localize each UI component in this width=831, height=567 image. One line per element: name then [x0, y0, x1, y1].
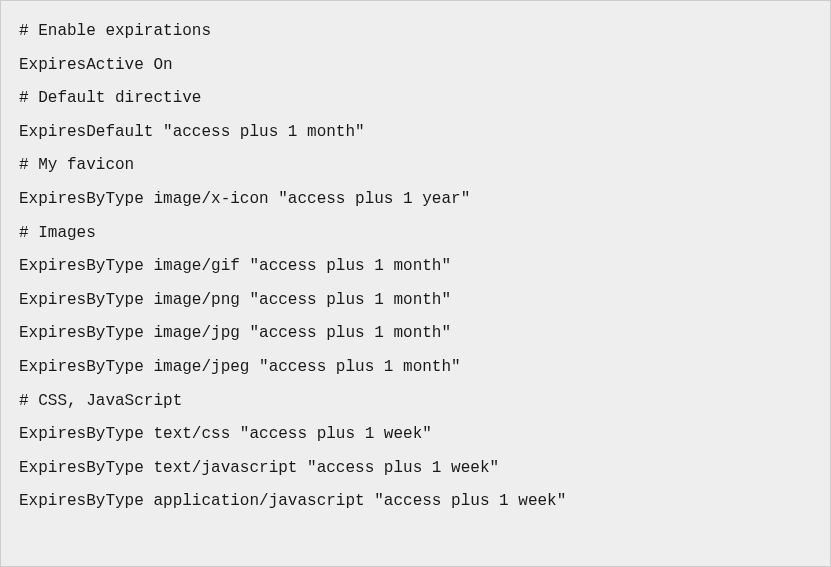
code-line: ExpiresByType text/javascript "access pl…	[19, 452, 812, 486]
code-line: ExpiresByType image/jpg "access plus 1 m…	[19, 317, 812, 351]
code-line: ExpiresByType image/jpeg "access plus 1 …	[19, 351, 812, 385]
code-line: # Default directive	[19, 82, 812, 116]
code-line: ExpiresByType text/css "access plus 1 we…	[19, 418, 812, 452]
code-line: # Images	[19, 217, 812, 251]
code-block: # Enable expirationsExpiresActive On# De…	[0, 0, 831, 567]
code-line: ExpiresDefault "access plus 1 month"	[19, 116, 812, 150]
code-line: # Enable expirations	[19, 15, 812, 49]
code-line: # CSS, JavaScript	[19, 385, 812, 419]
code-line: ExpiresByType image/gif "access plus 1 m…	[19, 250, 812, 284]
code-line: ExpiresByType image/png "access plus 1 m…	[19, 284, 812, 318]
code-line: # My favicon	[19, 149, 812, 183]
code-line: ExpiresActive On	[19, 49, 812, 83]
code-line: ExpiresByType application/javascript "ac…	[19, 485, 812, 519]
code-line: ExpiresByType image/x-icon "access plus …	[19, 183, 812, 217]
